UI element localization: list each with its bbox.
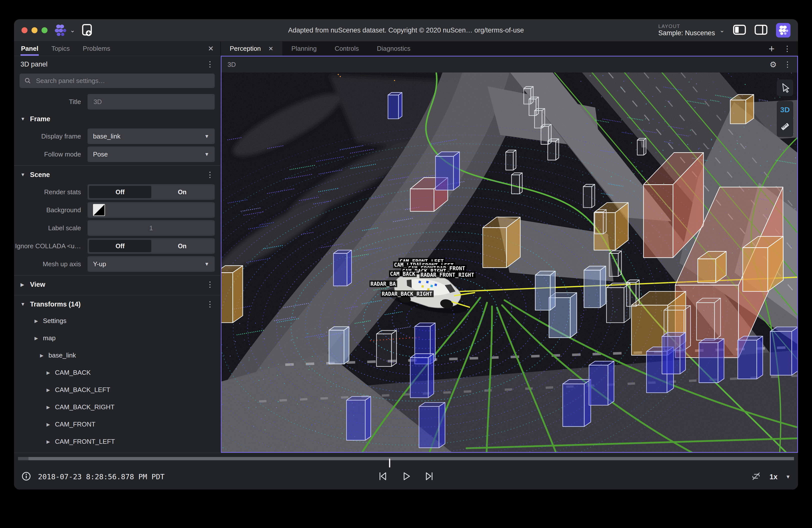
traffic-lights: [21, 27, 47, 33]
chevron-right-icon: ▶: [46, 370, 50, 376]
loop-playback-button[interactable]: [751, 471, 762, 483]
layout-picker[interactable]: LAYOUT Sample: Nuscenes ⌄: [658, 24, 725, 37]
playback-speed-value[interactable]: 1x: [769, 473, 778, 481]
tab-perception[interactable]: Perception✕: [221, 42, 282, 56]
chevron-down-icon: ▼: [20, 172, 26, 177]
previous-frame-button[interactable]: [377, 470, 388, 483]
minimize-window-button[interactable]: [31, 27, 38, 33]
chevron-right-icon: ▶: [46, 387, 50, 393]
display-frame-select[interactable]: base_link▼: [87, 129, 215, 144]
transforms-menu-button[interactable]: ⋮: [206, 300, 214, 308]
follow-mode-select[interactable]: Pose▼: [87, 147, 215, 162]
next-frame-button[interactable]: [424, 470, 435, 483]
toggle-off-option[interactable]: Off: [89, 240, 151, 252]
3d-panel-menu-button[interactable]: ⋮: [784, 61, 791, 68]
data-source-info-button[interactable]: [21, 471, 31, 482]
user-account-button[interactable]: [776, 23, 791, 38]
tree-item-cam-front-left[interactable]: ▶CAM_FRONT_LEFT: [14, 433, 220, 450]
cursor-icon: [780, 83, 790, 93]
layout-value: Sample: Nuscenes: [658, 29, 715, 37]
toggle-on-option[interactable]: On: [151, 186, 214, 198]
background-color-swatch[interactable]: [93, 204, 105, 216]
svg-text:RADAR_BA: RADAR_BA: [371, 281, 396, 287]
transforms-tree: ▶Settings ▶map ▶base_link ▶CAM_BACK ▶CAM…: [14, 311, 220, 453]
section-transforms[interactable]: ▼ Transforms (14) ⋮: [14, 297, 220, 311]
tree-item-map[interactable]: ▶map: [14, 329, 220, 347]
tree-item-cam-back-right[interactable]: ▶CAM_BACK_RIGHT: [14, 398, 220, 416]
sidebar-tab-panel[interactable]: Panel: [20, 42, 39, 56]
toggle-on-option[interactable]: On: [151, 240, 214, 252]
timeline-scrubber[interactable]: [18, 457, 794, 460]
title-field-label: Title: [14, 98, 87, 106]
chevron-right-icon: ▶: [46, 405, 50, 410]
section-view[interactable]: ▶ View ⋮: [14, 278, 220, 292]
skip-back-icon: [377, 470, 388, 482]
foxglove-logo-icon: [54, 24, 67, 36]
panel-menu-button[interactable]: ⋮: [206, 60, 214, 68]
chevron-down-icon: ⌄: [70, 27, 75, 34]
add-panel-button[interactable]: [82, 24, 93, 37]
chevron-down-icon: ▼: [204, 151, 209, 157]
render-stats-label: Render stats: [14, 188, 87, 196]
ruler-icon: [780, 121, 790, 132]
titlebar: ⌄ Adapted from nuScenes dataset. Copyrig…: [14, 19, 798, 42]
add-tab-button[interactable]: +: [769, 44, 774, 54]
view-menu-button[interactable]: ⋮: [206, 281, 214, 288]
tab-planning[interactable]: Planning: [282, 42, 325, 56]
tab-diagnostics[interactable]: Diagnostics: [368, 42, 419, 56]
section-frame[interactable]: ▼ Frame: [14, 112, 220, 126]
mesh-up-axis-select[interactable]: Y-up▼: [87, 256, 215, 272]
3d-panel-title: 3D: [228, 61, 236, 69]
chevron-right-icon: ▶: [46, 422, 50, 427]
play-button[interactable]: [400, 470, 412, 483]
maximize-window-button[interactable]: [42, 27, 47, 33]
scene-menu-button[interactable]: ⋮: [206, 171, 214, 178]
section-scene[interactable]: ▼ Scene ⋮: [14, 168, 220, 182]
panel-title-input[interactable]: [93, 98, 209, 106]
camera-mode-3d-button[interactable]: 3D: [780, 105, 790, 114]
tree-item-cam-front-right[interactable]: ▶CAM_FRONT_RIGHT: [14, 450, 220, 453]
close-tab-icon[interactable]: ✕: [268, 45, 273, 52]
3d-scene-render: CAM_FRONT_LEFTCAM_LIDAR_TOPFRONT LEFTCAM…: [221, 73, 797, 452]
search-input[interactable]: [35, 77, 210, 85]
data-source-title: Adapted from nuScenes dataset. Copyright…: [288, 27, 524, 34]
gear-icon[interactable]: ⚙: [769, 60, 777, 69]
tree-item-cam-back[interactable]: ▶CAM_BACK: [14, 364, 220, 381]
3d-scene-viewport[interactable]: CAM_FRONT_LEFTCAM_LIDAR_TOPFRONT LEFTCAM…: [221, 73, 797, 452]
chevron-down-icon: ▼: [20, 116, 26, 122]
chevron-right-icon: ▶: [34, 336, 38, 341]
chevron-down-icon: ▼: [204, 133, 209, 139]
close-sidebar-button[interactable]: ✕: [208, 42, 214, 56]
ignore-collada-toggle[interactable]: Off On: [87, 238, 215, 254]
search-icon: [25, 77, 31, 84]
mesh-up-axis-label: Mesh up axis: [14, 260, 87, 268]
tab-controls[interactable]: Controls: [326, 42, 368, 56]
svg-text:RADAR_BACK_RIGHT: RADAR_BACK_RIGHT: [382, 291, 432, 297]
toggle-right-sidebar-button[interactable]: [754, 25, 768, 36]
svg-text:CAM_BACK: CAM_BACK: [390, 271, 415, 277]
render-stats-toggle[interactable]: Off On: [87, 184, 215, 200]
tree-item-settings[interactable]: ▶Settings: [14, 312, 220, 329]
label-scale-input[interactable]: 1: [87, 220, 215, 236]
sidebar-tab-problems[interactable]: Problems: [82, 42, 111, 56]
app-menu-button[interactable]: ⌄: [54, 24, 75, 36]
speed-dropdown-caret[interactable]: ▼: [785, 474, 791, 480]
panel-settings-search[interactable]: [19, 73, 215, 88]
tree-item-cam-front[interactable]: ▶CAM_FRONT: [14, 416, 220, 433]
play-icon: [400, 470, 412, 482]
sidebar-tab-topics[interactable]: Topics: [51, 42, 70, 56]
toggle-left-sidebar-button[interactable]: [733, 25, 746, 36]
panel-settings-title: 3D panel: [20, 60, 47, 68]
layout-tab-bar: Perception✕ Planning Controls Diagnostic…: [221, 42, 798, 56]
skip-forward-icon: [424, 470, 435, 482]
select-tool-button[interactable]: [777, 79, 793, 96]
tab-bar-menu-button[interactable]: ⋮: [783, 45, 791, 53]
toggle-off-option[interactable]: Off: [89, 186, 151, 198]
tree-item-cam-back-left[interactable]: ▶CAM_BACK_LEFT: [14, 381, 220, 398]
close-window-button[interactable]: [21, 27, 28, 33]
measure-tool-button[interactable]: [780, 121, 790, 132]
tree-item-base-link[interactable]: ▶base_link: [14, 347, 220, 364]
app-window: ⌄ Adapted from nuScenes dataset. Copyrig…: [14, 19, 798, 489]
chevron-right-icon: ▶: [20, 282, 26, 288]
svg-text:RADAR_FRONT_RIGHT: RADAR_FRONT_RIGHT: [420, 272, 474, 278]
